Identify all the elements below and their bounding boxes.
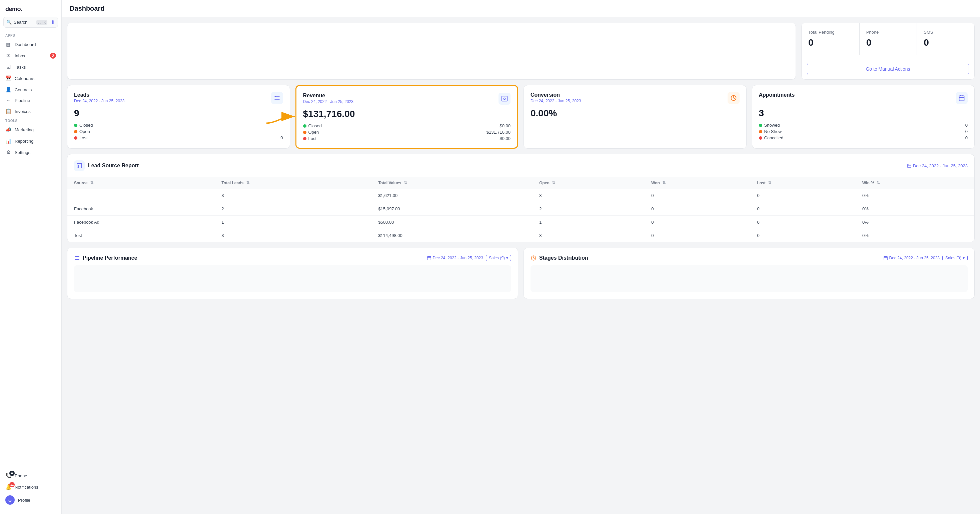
manual-actions-button[interactable]: Go to Manual Actions	[807, 63, 969, 75]
report-date-label: Dec 24, 2022 - Jun 25, 2023	[913, 163, 968, 168]
phone-badge: 0	[10, 471, 15, 476]
sidebar-item-notifications[interactable]: 🔔 Notifications 11	[5, 483, 56, 491]
revenue-open-value: $131,716.00	[487, 130, 511, 135]
pipeline-date: Dec 24, 2022 - Jun 25, 2023	[427, 255, 483, 260]
leads-stat-closed: Closed	[74, 123, 283, 128]
lead-source-report-card: Lead Source Report Dec 24, 2022 - Jun 25…	[67, 154, 975, 242]
search-shortcut: ctrl K	[37, 20, 47, 25]
cell-lost: 0	[750, 216, 856, 229]
sidebar-item-phone[interactable]: 📞 Phone 0	[5, 471, 56, 480]
avatar: G	[5, 495, 15, 504]
sidebar-label-notifications: Notifications	[15, 485, 38, 490]
stat-sms: SMS 0	[916, 23, 974, 55]
cell-total-leads: 3	[215, 189, 371, 202]
table-row: 3 $1,621.00 3 0 0 0%	[67, 189, 974, 202]
revenue-card-date: Dec 24, 2022 - Jun 25, 2023	[303, 99, 353, 104]
noshow-value: 0	[965, 129, 968, 134]
appt-stat-cancelled: Cancelled 0	[759, 135, 968, 140]
sort-icon[interactable]: ⇅	[877, 181, 880, 185]
appointments-card-stats: Showed 0 No Show 0 Cancelled 0	[759, 123, 968, 140]
noshow-dot	[759, 130, 762, 133]
sidebar-item-tasks[interactable]: ☑ Tasks	[0, 61, 61, 73]
sidebar-label-reporting: Reporting	[15, 139, 33, 144]
report-title: Lead Source Report	[88, 163, 139, 169]
sidebar-item-profile[interactable]: G Profile	[5, 494, 56, 506]
top-right-section: Total Pending 0 Phone 0 SMS 0 G	[801, 23, 975, 80]
stages-controls: Dec 24, 2022 - Jun 25, 2023 Sales (9) ▾	[883, 255, 968, 261]
svg-rect-6	[77, 163, 82, 168]
revenue-open-dot	[303, 131, 306, 134]
sort-icon[interactable]: ⇅	[90, 181, 93, 185]
logo-area: demo.	[0, 4, 61, 17]
sidebar-item-invoices[interactable]: 📋 Invoices	[0, 106, 61, 117]
stat-total-pending: Total Pending 0	[802, 23, 859, 55]
sidebar-item-inbox[interactable]: ✉ Inbox 2	[0, 50, 61, 61]
leads-card-value: 9	[74, 108, 283, 119]
closed-label: Closed	[80, 123, 283, 128]
stages-filter[interactable]: Sales (9) ▾	[942, 255, 968, 261]
sort-icon[interactable]: ⇅	[768, 181, 771, 185]
sidebar-item-calendars[interactable]: 📅 Calendars	[0, 73, 61, 84]
conversion-card-icon	[727, 92, 740, 104]
leads-card-date: Dec 24, 2022 - Jun 25, 2023	[74, 99, 124, 103]
search-icon: 🔍	[6, 20, 12, 25]
report-icon	[74, 160, 85, 171]
settings-icon: ⚙	[5, 149, 11, 155]
upload-icon: ⬆	[51, 19, 55, 25]
leads-card-icon	[271, 92, 283, 104]
hamburger-line	[49, 9, 55, 10]
search-bar[interactable]: 🔍 Search ctrl K ⬆	[3, 17, 58, 28]
report-title-area: Lead Source Report	[74, 160, 139, 171]
leads-card-title-area: Leads Dec 24, 2022 - Jun 25, 2023	[74, 92, 124, 103]
col-lost: Lost ⇅	[750, 177, 856, 189]
lost-dot	[74, 136, 77, 140]
cell-won: 0	[644, 229, 750, 242]
open-dot	[74, 130, 77, 133]
stat-value-pending: 0	[808, 37, 853, 48]
sort-icon[interactable]: ⇅	[552, 181, 555, 185]
open-label: Open	[80, 129, 283, 134]
sidebar-item-pipeline[interactable]: ✏ Pipeline	[0, 95, 61, 106]
svg-rect-8	[427, 256, 431, 260]
lead-source-table: Source ⇅ Total Leads ⇅ Total Values ⇅	[67, 177, 974, 242]
col-win-pct: Win % ⇅	[856, 177, 974, 189]
revenue-card-value: $131,716.00	[303, 109, 511, 119]
svg-rect-5	[959, 96, 964, 101]
noshow-label: No Show	[764, 129, 963, 134]
revenue-closed-value: $0.00	[500, 123, 511, 128]
pipeline-filter[interactable]: Sales (9) ▾	[486, 255, 511, 261]
sort-icon[interactable]: ⇅	[662, 181, 665, 185]
appointments-card: Appointments 3 Showed 0	[752, 85, 975, 149]
notifications-badge: 11	[10, 482, 15, 487]
appointments-card-value: 3	[759, 108, 968, 119]
leads-card: Leads Dec 24, 2022 - Jun 25, 2023 9 Clos…	[67, 85, 290, 149]
cell-total-leads: 1	[215, 216, 371, 229]
stat-label-phone: Phone	[866, 30, 910, 35]
cell-total-values: $1,621.00	[371, 189, 533, 202]
sort-icon[interactable]: ⇅	[246, 181, 250, 185]
logo: demo.	[5, 6, 22, 13]
cancelled-label: Cancelled	[764, 135, 963, 140]
cell-total-values: $114,498.00	[371, 229, 533, 242]
svg-point-2	[504, 98, 506, 100]
report-header: Lead Source Report Dec 24, 2022 - Jun 25…	[67, 154, 974, 177]
manual-actions-area: Go to Manual Actions	[802, 55, 974, 79]
hamburger-line	[49, 11, 55, 11]
sidebar-item-dashboard[interactable]: ▦ Dashboard	[0, 39, 61, 50]
sort-icon[interactable]: ⇅	[404, 181, 407, 185]
sidebar-item-reporting[interactable]: 📊 Reporting	[0, 135, 61, 147]
revenue-lost-dot	[303, 137, 306, 140]
hamburger-line	[49, 7, 55, 7]
calendars-icon: 📅	[5, 75, 11, 81]
revenue-card-title: Revenue	[303, 93, 353, 99]
sidebar-item-marketing[interactable]: 📣 Marketing	[0, 124, 61, 135]
pipeline-icon: ✏	[5, 98, 11, 103]
contacts-icon: 👤	[5, 87, 11, 93]
table-body: 3 $1,621.00 3 0 0 0% Facebook 2 $15,097.…	[67, 189, 974, 242]
appointments-card-icon	[956, 92, 968, 104]
sidebar-item-contacts[interactable]: 👤 Contacts	[0, 84, 61, 95]
sidebar-item-settings[interactable]: ⚙ Settings	[0, 147, 61, 158]
pipeline-title: Pipeline Performance	[74, 255, 137, 261]
table-row: Facebook 2 $15,097.00 2 0 0 0%	[67, 202, 974, 216]
hamburger-button[interactable]	[47, 5, 56, 13]
